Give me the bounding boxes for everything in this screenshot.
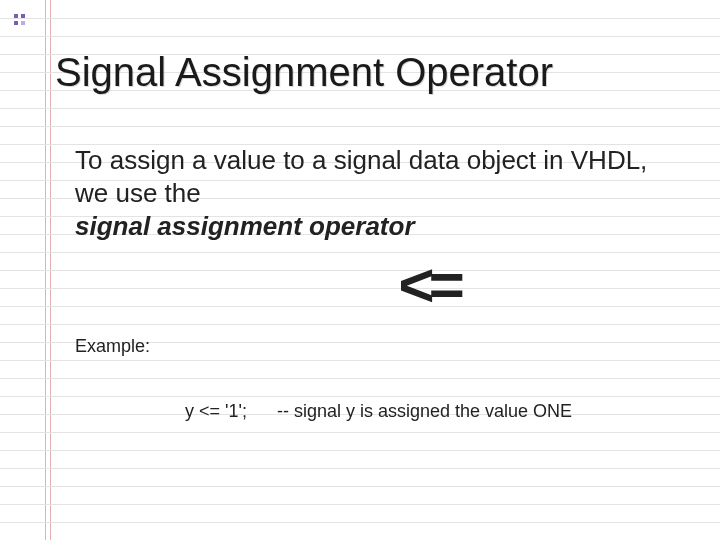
slide-title: Signal Assignment Operator — [55, 50, 680, 94]
operator-name: signal assignment operator — [75, 211, 680, 242]
example-label: Example: — [75, 336, 680, 357]
example-code: y <= '1'; — [185, 401, 247, 422]
operator-symbol: <= — [175, 254, 680, 316]
example-comment: -- signal y is assigned the value ONE — [277, 401, 572, 422]
slide-content: Signal Assignment Operator To assign a v… — [0, 0, 720, 422]
intro-text: To assign a value to a signal data objec… — [75, 144, 680, 209]
example-code-row: y <= '1'; -- signal y is assigned the va… — [185, 401, 680, 422]
